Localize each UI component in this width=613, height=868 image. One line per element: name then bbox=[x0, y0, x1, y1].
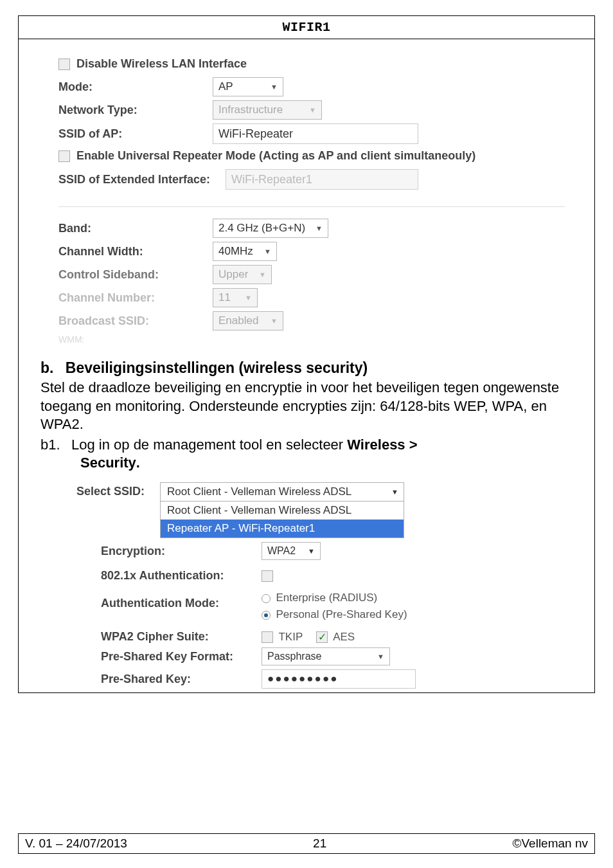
auth8021x-checkbox[interactable] bbox=[262, 570, 273, 582]
auth8021x-label: 802.1x Authentication: bbox=[101, 569, 262, 583]
network-type-select: Infrastructure ▼ bbox=[213, 100, 322, 120]
auth-mode-personal-radio[interactable] bbox=[262, 611, 271, 620]
header-bar: WIFIR1 bbox=[19, 16, 594, 39]
select-ssid-label: Select SSID: bbox=[76, 482, 160, 498]
footer-bar: V. 01 – 24/07/2013 21 ©Velleman nv bbox=[18, 833, 595, 854]
broadcast-select: Enabled ▼ bbox=[213, 311, 283, 330]
heading-text: Beveiligingsinstellingen (wireless secur… bbox=[66, 359, 368, 376]
psk-input[interactable]: ●●●●●●●●● bbox=[262, 669, 416, 689]
psk-label: Pre-Shared Key: bbox=[101, 673, 262, 686]
chevron-down-icon: ▼ bbox=[271, 83, 278, 91]
footer-copyright: ©Velleman nv bbox=[512, 836, 588, 851]
encryption-value: WPA2 bbox=[267, 545, 296, 557]
page-title: WIFIR1 bbox=[282, 20, 330, 35]
network-type-value: Infrastructure bbox=[218, 104, 283, 116]
chevron-down-icon: ▼ bbox=[259, 271, 266, 278]
ssid-ext-input: WiFi-Repeater1 bbox=[226, 169, 418, 190]
mode-select[interactable]: AP ▼ bbox=[213, 77, 283, 96]
mode-select-value: AP bbox=[218, 80, 233, 93]
chevron-down-icon: ▼ bbox=[264, 248, 271, 255]
ssid-ap-input[interactable]: WiFi-Repeater bbox=[213, 123, 418, 144]
channel-num-select: 11 ▼ bbox=[213, 288, 258, 307]
footer-version: V. 01 – 24/07/2013 bbox=[25, 836, 127, 851]
band-value: 2.4 GHz (B+G+N) bbox=[218, 222, 305, 235]
select-ssid-options: Root Client - Velleman Wireless ADSL Rep… bbox=[160, 502, 404, 538]
wmm-ghost-label: WMM: bbox=[58, 334, 594, 345]
footer-page: 21 bbox=[313, 836, 326, 851]
channel-num-value: 11 bbox=[218, 291, 231, 304]
step-tail: . bbox=[136, 455, 140, 471]
disable-wifi-label: Disable Wireless LAN Interface bbox=[76, 57, 247, 71]
form-wireless-basic: Disable Wireless LAN Interface Mode: AP … bbox=[19, 46, 594, 330]
content-area: Disable Wireless LAN Interface Mode: AP … bbox=[19, 39, 594, 689]
divider bbox=[58, 206, 565, 207]
select-ssid-dropdown[interactable]: Root Client - Velleman Wireless ADSL ▼ R… bbox=[160, 482, 404, 538]
cipher-tkip-label: TKIP bbox=[278, 631, 303, 643]
disable-wifi-checkbox[interactable] bbox=[58, 59, 70, 70]
channel-num-label: Channel Number: bbox=[58, 291, 213, 305]
broadcast-value: Enabled bbox=[218, 314, 258, 327]
ssid-ap-label: SSID of AP: bbox=[58, 127, 213, 141]
intro-paragraph: Stel de draadloze beveiliging en encrypt… bbox=[40, 379, 573, 433]
form-wireless-security: Select SSID: Root Client - Velleman Wire… bbox=[19, 472, 594, 689]
cipher-label: WPA2 Cipher Suite: bbox=[101, 630, 262, 644]
channel-width-label: Channel Width: bbox=[58, 245, 213, 258]
step-text: Log in op de management tool en selectee… bbox=[71, 437, 347, 453]
chevron-down-icon: ▼ bbox=[245, 294, 252, 302]
cipher-aes-label: AES bbox=[333, 631, 355, 643]
band-label: Band: bbox=[58, 222, 213, 235]
auth-mode-enterprise-label: Enterprise (RADIUS) bbox=[276, 592, 377, 604]
chevron-down-icon: ▼ bbox=[377, 653, 384, 660]
auth-mode-enterprise-radio[interactable] bbox=[262, 594, 271, 603]
step-bold-2: Security bbox=[80, 455, 136, 471]
auth-mode-personal-label: Personal (Pre-Shared Key) bbox=[276, 608, 407, 620]
select-ssid-option[interactable]: Repeater AP - WiFi-Repeater1 bbox=[161, 520, 404, 538]
cipher-tkip-checkbox[interactable] bbox=[262, 631, 273, 643]
encryption-select[interactable]: WPA2 ▼ bbox=[262, 542, 321, 560]
channel-width-select[interactable]: 40MHz ▼ bbox=[213, 242, 277, 261]
broadcast-label: Broadcast SSID: bbox=[58, 314, 213, 328]
enable-repeater-label: Enable Universal Repeater Mode (Acting a… bbox=[76, 149, 475, 163]
chevron-down-icon: ▼ bbox=[308, 547, 315, 555]
channel-width-value: 40MHz bbox=[218, 245, 253, 258]
select-ssid-option[interactable]: Root Client - Velleman Wireless ADSL bbox=[161, 502, 404, 520]
band-select[interactable]: 2.4 GHz (B+G+N) ▼ bbox=[213, 219, 328, 238]
ctrl-side-label: Control Sideband: bbox=[58, 268, 213, 282]
heading-prefix: b. bbox=[40, 359, 53, 376]
enable-repeater-checkbox[interactable] bbox=[58, 150, 70, 162]
select-ssid-value: Root Client - Velleman Wireless ADSL bbox=[167, 485, 351, 498]
step-num: b1. bbox=[40, 436, 71, 454]
psk-format-value: Passphrase bbox=[267, 651, 322, 662]
ctrl-side-select: Upper ▼ bbox=[213, 265, 272, 284]
page-frame: WIFIR1 Disable Wireless LAN Interface Mo… bbox=[18, 15, 595, 693]
mode-label: Mode: bbox=[58, 80, 213, 94]
section-b: b. Beveiligingsinstellingen (wireless se… bbox=[19, 348, 594, 472]
chevron-down-icon: ▼ bbox=[315, 224, 323, 232]
psk-format-label: Pre-Shared Key Format: bbox=[101, 650, 262, 664]
ssid-ext-label: SSID of Extended Interface: bbox=[58, 173, 226, 186]
auth-mode-label: Authentication Mode: bbox=[101, 592, 262, 610]
step-bold-1: Wireless > bbox=[347, 437, 417, 453]
chevron-down-icon: ▼ bbox=[391, 488, 398, 496]
ctrl-side-value: Upper bbox=[218, 268, 248, 281]
psk-format-select[interactable]: Passphrase ▼ bbox=[262, 647, 390, 665]
network-type-label: Network Type: bbox=[58, 104, 213, 117]
encryption-label: Encryption: bbox=[101, 545, 262, 558]
chevron-down-icon: ▼ bbox=[271, 317, 278, 325]
cipher-aes-checkbox[interactable] bbox=[316, 631, 328, 643]
chevron-down-icon: ▼ bbox=[309, 106, 316, 114]
